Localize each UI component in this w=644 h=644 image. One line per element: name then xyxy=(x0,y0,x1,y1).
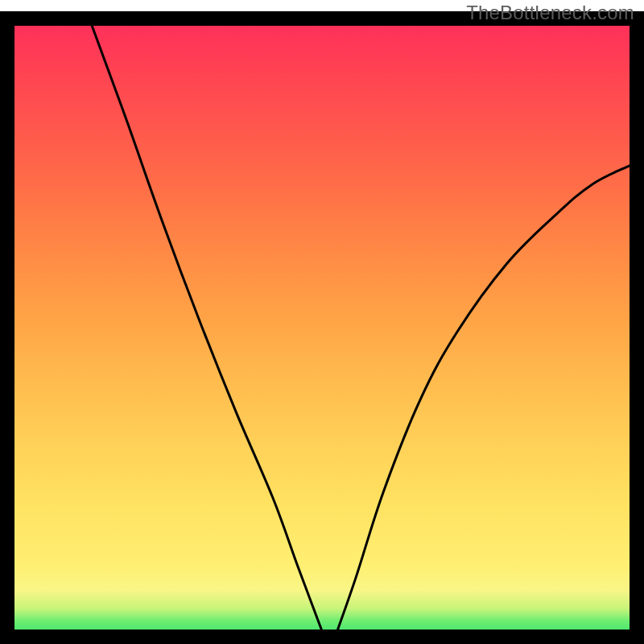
chart-plot-area xyxy=(14,24,630,639)
optimal-point-marker xyxy=(324,631,338,641)
left-curve-path xyxy=(92,24,325,639)
bottleneck-curve xyxy=(14,24,630,639)
right-curve-path xyxy=(334,166,630,639)
watermark-text: TheBottleneck.com xyxy=(466,2,634,24)
chart-container: TheBottleneck.com xyxy=(0,0,644,644)
